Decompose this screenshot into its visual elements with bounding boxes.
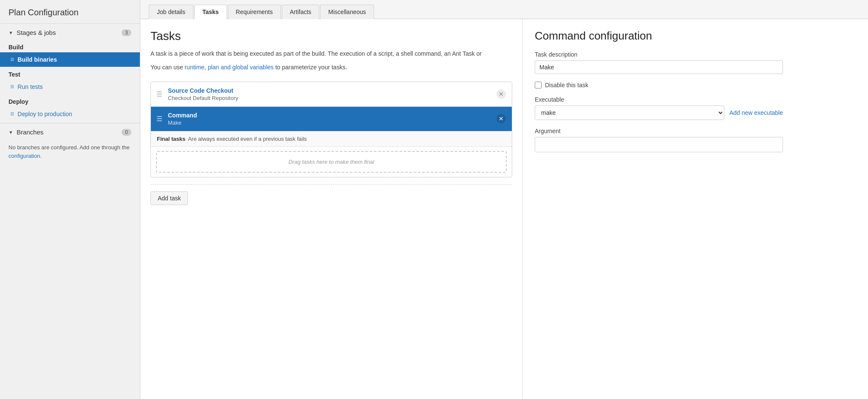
list-icon-2: ≡ xyxy=(10,83,14,91)
tab-job-details[interactable]: Job details xyxy=(149,5,193,19)
remove-source-button[interactable]: ✕ xyxy=(496,89,506,99)
drag-handle-source xyxy=(157,91,164,97)
content-area: Tasks A task is a piece of work that is … xyxy=(140,19,868,399)
disable-task-checkbox[interactable] xyxy=(535,82,542,88)
tasks-panel: Tasks A task is a piece of work that is … xyxy=(140,19,523,399)
final-tasks-dropzone: Drag tasks here to make them final xyxy=(156,151,507,173)
branches-section[interactable]: ▼ Branches 0 xyxy=(0,123,140,139)
branches-label: Branches xyxy=(17,128,43,136)
variables-link[interactable]: runtime, plan and global variables xyxy=(184,64,273,71)
task-list: Source Code Checkout Checkout Default Re… xyxy=(150,82,512,177)
sidebar-item-build-binaries[interactable]: ≡ Build binaries xyxy=(0,52,140,67)
executable-label: Executable xyxy=(535,96,783,103)
disable-task-row: Disable this task xyxy=(535,82,783,88)
task-sub-command: Make xyxy=(168,120,496,126)
task-info-source: Source Code Checkout Checkout Default Re… xyxy=(168,87,496,101)
task-sub-source: Checkout Default Repository xyxy=(168,95,496,101)
final-tasks-label: Final tasks xyxy=(157,136,185,142)
add-task-button[interactable]: Add task xyxy=(150,191,188,205)
deploy-group-label: Deploy xyxy=(0,94,140,107)
config-panel: Command configuration Task description D… xyxy=(523,19,795,399)
task-description-label: Task description xyxy=(535,51,783,58)
disable-task-label[interactable]: Disable this task xyxy=(545,82,588,88)
list-icon: ≡ xyxy=(10,56,14,63)
chevron-down-icon: ▼ xyxy=(9,30,13,35)
tab-artifacts[interactable]: Artifacts xyxy=(282,5,320,19)
task-name-source: Source Code Checkout xyxy=(168,87,496,94)
separator xyxy=(150,184,512,185)
stages-jobs-section[interactable]: ▼ Stages & jobs 3 xyxy=(0,24,140,40)
build-group-label: Build xyxy=(0,40,140,52)
tab-requirements[interactable]: Requirements xyxy=(228,5,281,19)
task-info-command: Command Make xyxy=(168,112,496,126)
tab-tasks[interactable]: Tasks xyxy=(194,5,227,19)
test-group-label: Test xyxy=(0,67,140,80)
configuration-link[interactable]: configuration. xyxy=(9,153,42,159)
config-title: Command configuration xyxy=(535,29,783,43)
tasks-variables-row: You can use runtime, plan and global var… xyxy=(150,63,512,72)
tabs-bar: Job details Tasks Requirements Artifacts… xyxy=(140,0,868,19)
tab-miscellaneous[interactable]: Miscellaneous xyxy=(320,5,374,19)
branches-badge: 0 xyxy=(122,129,131,136)
stages-jobs-label: Stages & jobs xyxy=(17,29,56,36)
executable-row: make Add new executable xyxy=(535,105,783,120)
final-tasks-header: Final tasks Are always executed even if … xyxy=(151,131,512,147)
sidebar-item-label: Build binaries xyxy=(17,56,57,63)
task-item-command[interactable]: Command Make ✕ xyxy=(151,107,512,131)
tasks-description: A task is a piece of work that is being … xyxy=(150,49,512,58)
task-name-command: Command xyxy=(168,112,496,119)
tasks-title: Tasks xyxy=(150,29,512,43)
main-content: Job details Tasks Requirements Artifacts… xyxy=(140,0,868,399)
final-tasks-subtitle: Are always executed even if a previous t… xyxy=(188,136,307,142)
plan-configuration-label: Plan Configuration xyxy=(9,8,79,17)
task-description-input[interactable] xyxy=(535,60,783,74)
argument-field: Argument xyxy=(535,128,783,152)
add-new-executable-link[interactable]: Add new executable xyxy=(729,109,783,116)
stages-jobs-badge: 3 xyxy=(122,29,131,36)
sidebar-item-deploy-production[interactable]: ≡ Deploy to production xyxy=(0,107,140,121)
task-description-field: Task description xyxy=(535,51,783,74)
sidebar-item-label-2: Run tests xyxy=(17,83,43,90)
argument-input[interactable] xyxy=(535,137,783,152)
task-item-source-checkout[interactable]: Source Code Checkout Checkout Default Re… xyxy=(151,82,512,107)
sidebar-item-label-3: Deploy to production xyxy=(17,111,72,117)
argument-label: Argument xyxy=(535,128,783,134)
sidebar-header: Plan Configuration xyxy=(0,0,140,24)
branches-chevron-icon: ▼ xyxy=(9,130,13,135)
sidebar-item-run-tests[interactable]: ≡ Run tests xyxy=(0,80,140,94)
remove-command-button[interactable]: ✕ xyxy=(496,114,506,123)
list-icon-3: ≡ xyxy=(10,110,14,118)
executable-field: Executable make Add new executable xyxy=(535,96,783,120)
executable-select[interactable]: make xyxy=(535,105,724,120)
sidebar: Plan Configuration ▼ Stages & jobs 3 Bui… xyxy=(0,0,140,399)
drag-handle-command xyxy=(157,116,164,121)
no-branches-text: No branches are configured. Add one thro… xyxy=(0,139,140,164)
